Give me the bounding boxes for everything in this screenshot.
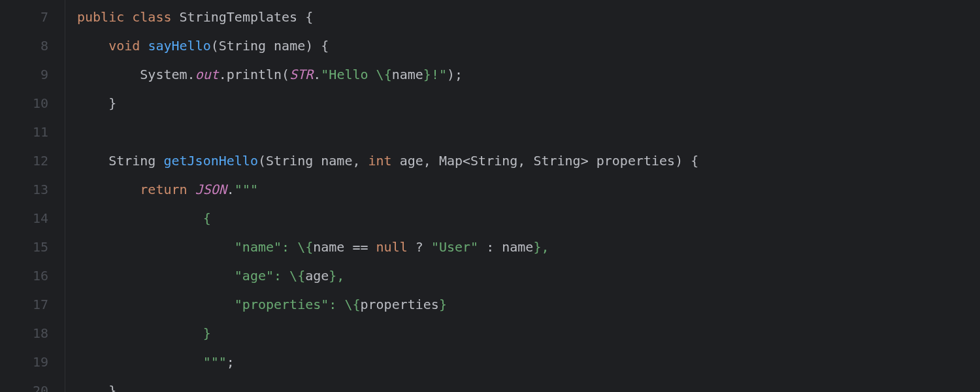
- line-number: 8: [0, 31, 48, 60]
- code-line[interactable]: [77, 118, 698, 146]
- line-number: 19: [0, 348, 48, 376]
- code-line[interactable]: }: [77, 376, 698, 392]
- code-line[interactable]: "name": \{name == null ? "User" : name},: [77, 233, 698, 261]
- code-line[interactable]: """;: [77, 348, 698, 376]
- code-line[interactable]: {: [77, 204, 698, 233]
- code-line[interactable]: String getJsonHello(String name, int age…: [77, 146, 698, 175]
- code-line[interactable]: }: [77, 89, 698, 118]
- code-line[interactable]: return JSON.""": [77, 175, 698, 204]
- code-editor[interactable]: 7 8 9 10 11 12 13 14 15 16 17 18 19 20 p…: [0, 0, 980, 392]
- line-number: 12: [0, 146, 48, 175]
- line-number: 7: [0, 3, 48, 31]
- line-number-gutter: 7 8 9 10 11 12 13 14 15 16 17 18 19 20: [0, 0, 65, 392]
- line-number: 14: [0, 204, 48, 233]
- line-number: 16: [0, 261, 48, 290]
- line-number: 10: [0, 89, 48, 118]
- line-number: 17: [0, 290, 48, 319]
- line-number: 11: [0, 118, 48, 146]
- line-number: 20: [0, 376, 48, 392]
- line-number: 15: [0, 233, 48, 261]
- code-line[interactable]: void sayHello(String name) {: [77, 31, 698, 60]
- code-line[interactable]: System.out.println(STR."Hello \{name}!")…: [77, 60, 698, 89]
- code-line[interactable]: "properties": \{properties}: [77, 290, 698, 319]
- line-number: 13: [0, 175, 48, 204]
- code-line[interactable]: }: [77, 319, 698, 348]
- line-number: 18: [0, 319, 48, 348]
- code-line[interactable]: public class StringTemplates {: [77, 3, 698, 31]
- line-number: 9: [0, 60, 48, 89]
- code-content[interactable]: public class StringTemplates { void sayH…: [65, 0, 698, 392]
- code-line[interactable]: "age": \{age},: [77, 261, 698, 290]
